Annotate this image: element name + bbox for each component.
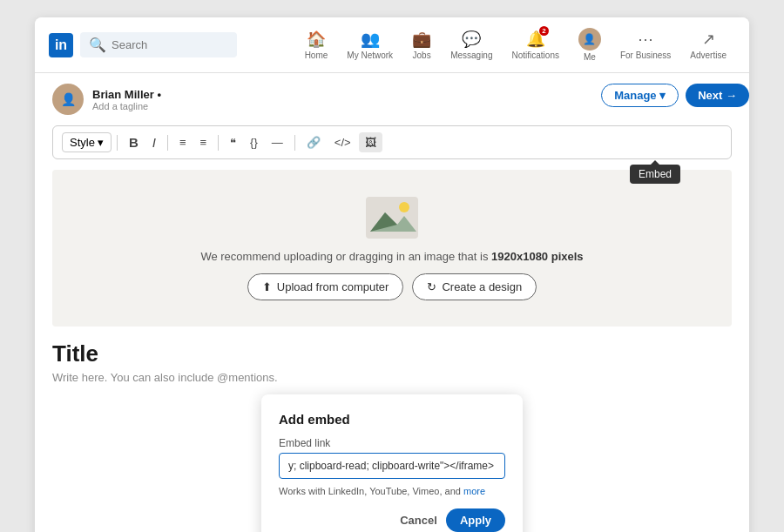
chevron-down-icon: ▾: [98, 136, 104, 149]
jobs-icon: 💼: [412, 30, 431, 49]
embed-help-text: Works with LinkedIn, YouTube, Vimeo, and…: [279, 486, 505, 496]
advertise-icon: ↗: [702, 30, 715, 49]
next-button[interactable]: Next →: [686, 84, 749, 107]
ordered-list-button[interactable]: ≡: [194, 132, 213, 152]
notifications-wrapper: 🔔 2: [526, 30, 545, 49]
author-sub: Add a tagline: [92, 101, 161, 111]
manage-button[interactable]: Manage ▾: [601, 84, 679, 107]
toolbar-separator-2: [167, 135, 168, 151]
nav-network[interactable]: 👥 My Network: [338, 26, 402, 64]
author-name: Brian Miller •: [92, 88, 161, 101]
embed-more-link[interactable]: more: [463, 486, 485, 496]
recommend-text: We recommend uploading or dragging in an…: [200, 250, 583, 263]
unordered-list-button[interactable]: ≡: [173, 132, 193, 152]
embed-popup: Add embed Embed link Works with LinkedIn…: [261, 394, 523, 532]
messaging-icon: 💬: [462, 30, 481, 49]
nav-messaging-label: Messaging: [450, 51, 492, 60]
blockquote-button[interactable]: ❝: [224, 132, 242, 152]
nav-home-label: Home: [305, 51, 328, 60]
upload-from-computer-button[interactable]: ⬆ Upload from computer: [247, 273, 404, 300]
notifications-badge: 2: [539, 26, 548, 36]
nav-notifications[interactable]: 🔔 2 Notifications: [503, 26, 567, 64]
nav-me[interactable]: 👤 Me: [570, 24, 610, 65]
embed-actions: Cancel Apply: [279, 508, 505, 532]
image-upload-area: We recommend uploading or dragging in an…: [52, 170, 732, 327]
bold-button[interactable]: B: [123, 131, 145, 153]
cancel-button[interactable]: Cancel: [400, 514, 437, 527]
toolbar-separator-1: [117, 135, 118, 151]
search-input[interactable]: [112, 38, 228, 51]
nav-for-business[interactable]: ⋯ For Business: [612, 26, 679, 64]
upload-icon: ⬆: [262, 280, 272, 293]
nav-messaging[interactable]: 💬 Messaging: [442, 26, 501, 64]
title-area: Title Write here. You can also include @…: [52, 340, 732, 532]
top-nav: in 🔍 🏠 Home 👥 My Network 💼 Jobs 💬 Messag…: [35, 17, 749, 73]
nav-notifications-label: Notifications: [511, 51, 558, 60]
style-dropdown[interactable]: Style ▾: [62, 132, 112, 152]
code-block-button[interactable]: {}: [244, 132, 264, 152]
linkedin-logo: in: [49, 33, 73, 57]
nav-advertise-label: Advertise: [690, 51, 727, 60]
embed-tooltip: Embed: [630, 165, 680, 184]
nav-me-label: Me: [584, 52, 596, 62]
link-button[interactable]: 🔗: [301, 132, 327, 152]
article-title[interactable]: Title: [52, 340, 732, 367]
nav-advertise[interactable]: ↗ Advertise: [681, 26, 735, 64]
toolbar-separator-4: [294, 135, 295, 151]
create-design-button[interactable]: ↻ Create a design: [412, 273, 537, 300]
dash-button[interactable]: —: [266, 132, 289, 152]
design-icon: ↻: [427, 280, 436, 293]
embed-link-input[interactable]: [279, 453, 505, 479]
embed-popup-title: Add embed: [279, 412, 505, 427]
search-bar[interactable]: 🔍: [80, 32, 237, 57]
nav-jobs-label: Jobs: [413, 51, 431, 60]
image-button[interactable]: 🖼: [359, 132, 382, 152]
italic-button[interactable]: I: [146, 131, 162, 153]
nav-network-label: My Network: [347, 51, 393, 60]
embed-link-label: Embed link: [279, 437, 505, 449]
network-icon: 👥: [361, 30, 380, 49]
nav-icons: 🏠 Home 👥 My Network 💼 Jobs 💬 Messaging 🔔…: [296, 24, 735, 65]
image-icon: 🖼: [365, 136, 376, 149]
editor-toolbar: Style ▾ B I ≡ ≡ ❝ {}: [52, 125, 732, 159]
nav-business-label: For Business: [620, 51, 671, 60]
link-icon: 🔗: [307, 136, 321, 149]
svg-rect-0: [366, 197, 418, 239]
editor-area: 👤 Brian Miller • Add a tagline Manage ▾ …: [35, 73, 749, 532]
grid-icon: ⋯: [638, 30, 653, 49]
nav-jobs[interactable]: 💼 Jobs: [403, 26, 440, 64]
upload-buttons: ⬆ Upload from computer ↻ Create a design: [247, 273, 537, 300]
image-placeholder-icon: [366, 196, 418, 239]
search-icon: 🔍: [89, 37, 106, 53]
author-avatar: 👤: [52, 84, 84, 115]
recommend-size: 1920x1080 pixels: [491, 250, 584, 263]
toolbar-separator-3: [218, 135, 219, 151]
nav-home[interactable]: 🏠 Home: [296, 26, 337, 64]
home-icon: 🏠: [307, 30, 326, 49]
me-avatar: 👤: [578, 28, 601, 51]
article-subtitle: Write here. You can also include @mentio…: [52, 371, 732, 384]
apply-button[interactable]: Apply: [446, 508, 505, 532]
svg-point-1: [399, 202, 409, 212]
inline-code-button[interactable]: </>: [328, 132, 357, 152]
